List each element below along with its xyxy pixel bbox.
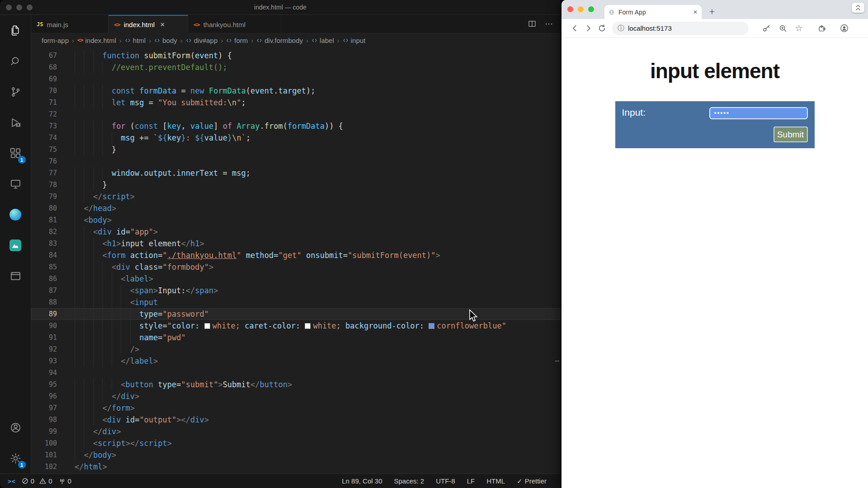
remote-explorer-icon[interactable]	[0, 169, 31, 199]
tab-thankyou-html[interactable]: <> thankyou.html	[188, 15, 281, 33]
code-line-85[interactable]: 85 <div class="formbody">	[31, 261, 561, 273]
breadcrumb-item-body[interactable]: body	[154, 37, 177, 44]
breadcrumb-item-html[interactable]: html	[125, 37, 146, 44]
code-line-77[interactable]: 77 window.output.innerText = msg;	[31, 167, 561, 179]
code-line-73[interactable]: 73 for (const [key, value] of Array.from…	[31, 120, 561, 132]
breadcrumb-item-div-app[interactable]: div#app	[186, 37, 218, 44]
code-line-86[interactable]: 86 <label>	[31, 273, 561, 285]
code-line-69[interactable]: 69	[31, 73, 561, 85]
extensions-puzzle-icon[interactable]	[815, 22, 828, 35]
code-line-95[interactable]: 95 <button type="submit">Submit</button>	[31, 379, 561, 390]
maximize-window-icon[interactable]	[27, 5, 33, 10]
address-bar[interactable]: ⓘ localhost:5173	[612, 22, 749, 35]
code-line-75[interactable]: 75 }	[31, 144, 561, 155]
code-line-93[interactable]: 93 </label>	[31, 355, 561, 367]
code-line-99[interactable]: 99 </div>	[31, 426, 561, 437]
live-preview-icon[interactable]	[0, 261, 31, 291]
code-line-72[interactable]: 72	[31, 108, 561, 120]
run-debug-icon[interactable]	[0, 107, 31, 138]
code-line-97[interactable]: 97 </form>	[31, 402, 561, 414]
code-line-78[interactable]: 78 }	[31, 179, 561, 191]
code-line-74[interactable]: 74 msg += `${key}: ${value}\n`;	[31, 132, 561, 144]
code-line-96[interactable]: 96 </div>	[31, 390, 561, 402]
minimize-window-icon[interactable]	[578, 6, 584, 12]
code-line-81[interactable]: 81 <body>	[31, 214, 561, 226]
code-line-92[interactable]: 92 />	[31, 343, 561, 355]
problems-status[interactable]: 0 0	[19, 477, 56, 485]
close-tab-icon[interactable]: ✕	[693, 9, 698, 15]
split-editor-icon[interactable]	[528, 19, 537, 28]
source-control-icon[interactable]	[0, 76, 31, 107]
code-line-79[interactable]: 79 </script>	[31, 191, 561, 202]
browser-tab[interactable]: Form App ✕	[604, 5, 702, 19]
code-line-94[interactable]: 94	[31, 367, 561, 379]
close-window-icon[interactable]	[6, 5, 12, 10]
code-line-91[interactable]: 91 name="pwd"	[31, 332, 561, 343]
back-button[interactable]	[568, 22, 581, 35]
code-line-101[interactable]: 101 </body>	[31, 449, 561, 461]
password-key-icon[interactable]	[760, 22, 773, 35]
eol-status[interactable]: LF	[464, 477, 478, 485]
js-file-icon: JS	[37, 21, 43, 28]
reload-button[interactable]	[595, 22, 609, 35]
close-tab-icon[interactable]: ✕	[160, 21, 165, 28]
breadcrumb-item-form-app[interactable]: form-app	[42, 37, 69, 44]
remote-indicator[interactable]: ><	[5, 478, 19, 485]
code-line-98[interactable]: 98 <div id="output"></div>	[31, 414, 561, 426]
code-line-100[interactable]: 100 <script></script>	[31, 437, 561, 449]
minimize-window-icon[interactable]	[16, 5, 22, 10]
code-line-71[interactable]: 71 let msg = "You submitted:\n";	[31, 97, 561, 108]
code-line-90[interactable]: 90 style="color: white; caret-color: whi…	[31, 320, 561, 332]
code-line-87[interactable]: 87 <span>Input:</span>	[31, 285, 561, 296]
code-line-80[interactable]: 80 </head>	[31, 202, 561, 214]
vscode-titlebar[interactable]: index.html — code	[0, 0, 561, 15]
indentation-status[interactable]: Spaces: 2	[391, 477, 427, 485]
new-tab-button[interactable]: +	[705, 5, 719, 19]
accounts-icon[interactable]	[0, 412, 31, 443]
code-line-67[interactable]: 67 function submitForm(event) {	[31, 50, 561, 61]
code-line-88[interactable]: 88 <input	[31, 296, 561, 308]
code-line-76[interactable]: 76	[31, 155, 561, 167]
profile-avatar-icon[interactable]	[837, 22, 851, 35]
code-line-84[interactable]: 84 <form action="./thankyou.html" method…	[31, 249, 561, 261]
breadcrumb-item-input[interactable]: input	[343, 37, 366, 44]
formatter-status[interactable]: ✓ Prettier	[514, 477, 550, 485]
maximize-window-icon[interactable]	[588, 6, 594, 12]
encoding-status[interactable]: UTF-8	[433, 477, 458, 485]
submit-button[interactable]: Submit	[774, 127, 808, 142]
zoom-lens-icon[interactable]	[776, 22, 789, 35]
settings-gear-icon[interactable]: 1	[0, 443, 31, 474]
breadcrumb-item-form[interactable]: form	[226, 37, 248, 44]
extensions-icon[interactable]: 1	[0, 138, 31, 169]
bookmark-star-icon[interactable]: ☆	[792, 22, 806, 35]
password-input[interactable]: •••••	[709, 107, 808, 119]
code-line-68[interactable]: 68 //event.preventDefault();	[31, 61, 561, 73]
breadcrumb-item-div-formbody[interactable]: div.formbody	[256, 37, 303, 44]
line-number: 101	[31, 449, 57, 461]
browser-window-controls[interactable]	[567, 6, 594, 12]
close-window-icon[interactable]	[567, 6, 573, 12]
breadcrumb-item-label[interactable]: label	[311, 37, 334, 44]
breadcrumb-item-index-html[interactable]: <>index.html	[77, 37, 116, 44]
code-line-82[interactable]: 82 <div id="app">	[31, 226, 561, 238]
window-controls[interactable]	[6, 5, 33, 10]
code-line-70[interactable]: 70 const formData = new FormData(event.t…	[31, 85, 561, 97]
tab-main-js[interactable]: JS main.js	[31, 15, 108, 33]
site-info-icon[interactable]: ⓘ	[618, 24, 624, 33]
forward-button[interactable]	[581, 22, 595, 35]
language-mode-status[interactable]: HTML	[483, 477, 508, 485]
more-actions-icon[interactable]: ⋯	[545, 19, 553, 29]
scroll-indicator[interactable]	[852, 3, 864, 13]
cursor-position-status[interactable]: Ln 89, Col 30	[339, 477, 385, 485]
ports-status[interactable]: 0	[56, 477, 75, 485]
search-icon[interactable]	[0, 46, 31, 76]
extension-app-icon[interactable]	[0, 230, 31, 261]
explorer-icon[interactable]	[0, 15, 31, 46]
activity-bar: 1 1	[0, 15, 31, 474]
edge-devtools-icon[interactable]	[0, 199, 31, 230]
code-line-102[interactable]: 102</html>	[31, 461, 561, 473]
code-editor[interactable]: 67 function submitForm(event) {68 //even…	[31, 47, 561, 474]
code-line-83[interactable]: 83 <h1>input element</h1>	[31, 238, 561, 249]
tab-index-html[interactable]: <> index.html ✕	[108, 15, 188, 33]
code-line-89[interactable]: 89 type="password"	[31, 308, 561, 320]
